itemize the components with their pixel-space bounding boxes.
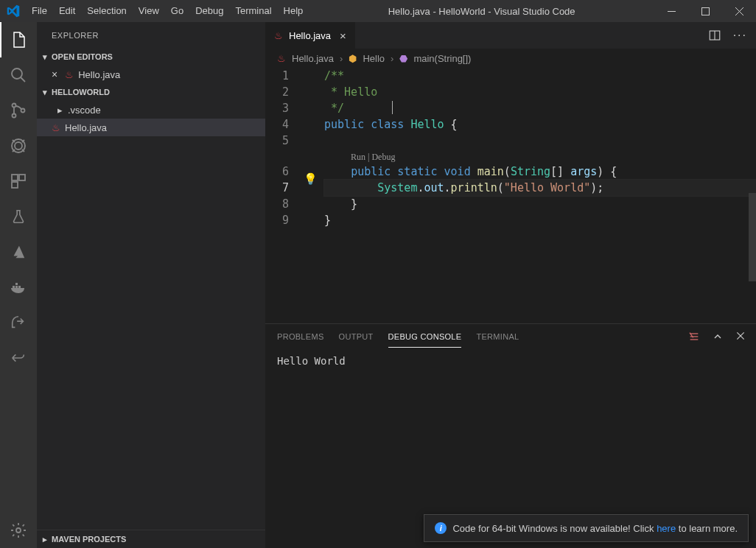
info-icon: i bbox=[435, 522, 447, 534]
explorer-icon[interactable] bbox=[0, 22, 37, 57]
breadcrumb-class[interactable]: Hello bbox=[363, 53, 385, 64]
svg-point-15 bbox=[16, 528, 21, 533]
menu-terminal[interactable]: Terminal bbox=[229, 0, 277, 22]
open-editors-label: OPEN EDITORS bbox=[52, 52, 113, 61]
panel-tab-output[interactable]: OUTPUT bbox=[339, 326, 374, 347]
menu-go[interactable]: Go bbox=[165, 0, 189, 22]
open-editors-section[interactable]: ▾ OPEN EDITORS bbox=[37, 48, 265, 66]
sync-icon[interactable] bbox=[0, 340, 37, 376]
docker-icon[interactable] bbox=[0, 270, 37, 305]
maven-projects-section[interactable]: ▸ MAVEN PROJECTS bbox=[37, 530, 265, 548]
clear-console-icon[interactable] bbox=[688, 331, 700, 342]
activity-bar bbox=[0, 22, 37, 548]
workspace-label: HELLOWORLD bbox=[52, 88, 110, 96]
svg-rect-0 bbox=[668, 11, 676, 12]
source-control-icon[interactable] bbox=[0, 93, 37, 128]
vscode-logo-icon bbox=[0, 4, 26, 18]
breadcrumb-separator-icon: › bbox=[391, 53, 393, 64]
workspace-section[interactable]: ▾ HELLOWORLD bbox=[37, 83, 265, 101]
svg-rect-1 bbox=[701, 7, 709, 15]
minimap-slider[interactable] bbox=[749, 193, 756, 281]
menu-help[interactable]: Help bbox=[278, 0, 309, 22]
share-icon[interactable] bbox=[0, 305, 37, 340]
notification-text-suffix: to learn more. bbox=[679, 523, 738, 534]
breadcrumbs[interactable]: ♨ Hello.java › ⬢ Hello › ⬣ main(String[]… bbox=[265, 49, 756, 68]
java-file-icon: ♨ bbox=[52, 122, 60, 133]
explorer-title: EXPLORER bbox=[37, 22, 265, 48]
codelens-run-debug[interactable]: Run | Debug bbox=[324, 149, 756, 164]
line-number-gutter: 1 2 3 4 5 6 7 8 9 bbox=[265, 68, 302, 323]
panel-tab-problems[interactable]: PROBLEMS bbox=[277, 326, 324, 347]
menu-view[interactable]: View bbox=[133, 0, 165, 22]
svg-rect-9 bbox=[19, 175, 25, 180]
panel-tab-debug-console[interactable]: DEBUG CONSOLE bbox=[388, 326, 462, 348]
tab-hello-java[interactable]: ♨ Hello.java × bbox=[265, 22, 356, 49]
tree-file-hello-java[interactable]: ♨ Hello.java bbox=[37, 119, 265, 136]
svg-rect-10 bbox=[12, 182, 18, 188]
console-line: Hello World bbox=[277, 355, 744, 367]
search-icon[interactable] bbox=[0, 57, 37, 93]
chevron-down-icon: ▾ bbox=[41, 52, 49, 62]
chevron-right-icon: ▸ bbox=[41, 535, 49, 544]
method-icon: ⬣ bbox=[399, 53, 407, 64]
svg-point-4 bbox=[13, 114, 16, 118]
debug-icon[interactable] bbox=[0, 128, 37, 164]
code-editor[interactable]: 1 2 3 4 5 6 7 8 9 💡 /** * Hello */ publi… bbox=[265, 68, 756, 323]
glyph-margin: 💡 bbox=[302, 68, 324, 323]
menu-file[interactable]: File bbox=[26, 0, 53, 22]
panel-tab-bar: PROBLEMS OUTPUT DEBUG CONSOLE TERMINAL bbox=[265, 324, 756, 349]
tab-bar: ♨ Hello.java × ··· bbox=[265, 22, 756, 49]
java-file-icon: ♨ bbox=[65, 69, 74, 80]
svg-rect-13 bbox=[18, 286, 21, 288]
svg-point-3 bbox=[13, 104, 16, 108]
split-editor-icon[interactable] bbox=[708, 29, 721, 42]
breadcrumb-file[interactable]: Hello.java bbox=[292, 53, 334, 64]
svg-rect-8 bbox=[12, 175, 18, 180]
folder-label: .vscode bbox=[68, 105, 101, 116]
menu-selection[interactable]: Selection bbox=[81, 0, 132, 22]
tab-close-icon[interactable]: × bbox=[340, 29, 346, 42]
minimize-button[interactable] bbox=[654, 0, 688, 22]
open-editor-label: Hello.java bbox=[78, 69, 120, 80]
window-controls bbox=[654, 0, 756, 22]
file-label: Hello.java bbox=[65, 122, 107, 133]
chevron-right-icon: ▸ bbox=[56, 105, 63, 116]
editor-area: ♨ Hello.java × ··· ♨ Hello.java › ⬢ Hell… bbox=[265, 22, 756, 548]
more-actions-icon[interactable]: ··· bbox=[733, 29, 747, 42]
menu-edit[interactable]: Edit bbox=[53, 0, 81, 22]
breadcrumb-method[interactable]: main(String[]) bbox=[413, 53, 471, 64]
svg-point-5 bbox=[21, 109, 25, 113]
extensions-icon[interactable] bbox=[0, 164, 37, 199]
svg-point-7 bbox=[15, 142, 22, 150]
menu-debug[interactable]: Debug bbox=[189, 0, 229, 22]
azure-icon[interactable] bbox=[0, 234, 37, 270]
notification-toast[interactable]: i Code for 64-bit Windows is now availab… bbox=[424, 514, 749, 542]
maximize-button[interactable] bbox=[688, 0, 722, 22]
java-file-icon: ♨ bbox=[277, 53, 286, 64]
tab-label: Hello.java bbox=[289, 30, 331, 41]
titlebar: File Edit Selection View Go Debug Termin… bbox=[0, 0, 756, 22]
close-icon[interactable]: × bbox=[52, 68, 57, 80]
svg-rect-12 bbox=[15, 286, 18, 288]
text-cursor bbox=[392, 101, 393, 114]
class-icon: ⬢ bbox=[349, 53, 357, 64]
maven-label: MAVEN PROJECTS bbox=[52, 535, 126, 544]
menu-bar: File Edit Selection View Go Debug Termin… bbox=[26, 0, 309, 22]
java-file-icon: ♨ bbox=[274, 30, 283, 41]
chevron-down-icon: ▾ bbox=[41, 88, 49, 97]
open-editor-hello-java[interactable]: × ♨ Hello.java bbox=[37, 66, 265, 83]
svg-rect-11 bbox=[13, 286, 15, 288]
notification-link[interactable]: here bbox=[657, 523, 676, 534]
editor-tab-actions: ··· bbox=[699, 22, 756, 49]
code-content[interactable]: /** * Hello */ public class Hello { Run … bbox=[324, 68, 756, 323]
panel-tab-terminal[interactable]: TERMINAL bbox=[476, 326, 519, 347]
lightbulb-icon[interactable]: 💡 bbox=[304, 171, 318, 187]
close-button[interactable] bbox=[722, 0, 756, 22]
svg-rect-14 bbox=[15, 283, 18, 285]
window-title: Hello.java - HelloWorld - Visual Studio … bbox=[309, 6, 654, 17]
settings-gear-icon[interactable] bbox=[0, 513, 37, 548]
test-icon[interactable] bbox=[0, 199, 37, 234]
tree-folder-vscode[interactable]: ▸ .vscode bbox=[37, 101, 265, 119]
sidebar-explorer: EXPLORER ▾ OPEN EDITORS × ♨ Hello.java ▾… bbox=[37, 22, 265, 548]
bottom-panel: PROBLEMS OUTPUT DEBUG CONSOLE TERMINAL H… bbox=[265, 323, 756, 548]
